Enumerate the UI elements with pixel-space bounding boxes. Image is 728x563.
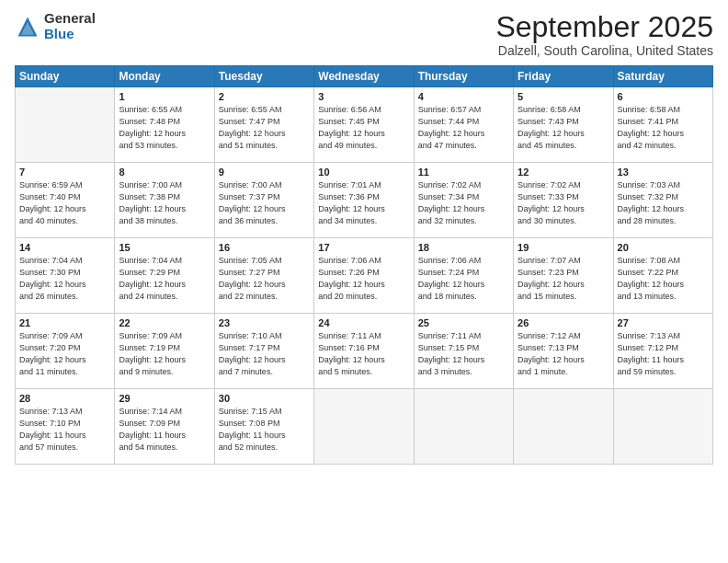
day-info: Sunrise: 7:13 AM Sunset: 7:12 PM Dayligh… (618, 330, 709, 378)
calendar-week-row: 7Sunrise: 6:59 AM Sunset: 7:40 PM Daylig… (16, 163, 713, 238)
location: Dalzell, South Carolina, United States (495, 43, 713, 58)
calendar-cell (514, 389, 613, 465)
calendar-cell: 27Sunrise: 7:13 AM Sunset: 7:12 PM Dayli… (613, 314, 712, 389)
day-info: Sunrise: 6:58 AM Sunset: 7:41 PM Dayligh… (618, 104, 709, 152)
calendar-cell: 1Sunrise: 6:55 AM Sunset: 7:48 PM Daylig… (115, 87, 214, 163)
day-info: Sunrise: 7:13 AM Sunset: 7:10 PM Dayligh… (19, 406, 110, 454)
day-info: Sunrise: 6:56 AM Sunset: 7:45 PM Dayligh… (318, 104, 409, 152)
month-title: September 2025 (495, 11, 713, 43)
day-info: Sunrise: 7:02 AM Sunset: 7:34 PM Dayligh… (418, 179, 509, 227)
day-number: 6 (618, 91, 709, 102)
day-number: 23 (219, 317, 310, 328)
day-info: Sunrise: 7:09 AM Sunset: 7:19 PM Dayligh… (119, 330, 210, 378)
calendar-cell: 11Sunrise: 7:02 AM Sunset: 7:34 PM Dayli… (414, 163, 513, 238)
calendar-cell: 23Sunrise: 7:10 AM Sunset: 7:17 PM Dayli… (214, 314, 313, 389)
day-info: Sunrise: 7:11 AM Sunset: 7:16 PM Dayligh… (318, 330, 409, 378)
calendar-cell: 17Sunrise: 7:06 AM Sunset: 7:26 PM Dayli… (314, 238, 414, 314)
day-info: Sunrise: 7:11 AM Sunset: 7:15 PM Dayligh… (418, 330, 509, 378)
header-row: SundayMondayTuesdayWednesdayThursdayFrid… (16, 66, 713, 87)
header: General Blue September 2025 Dalzell, Sou… (15, 11, 713, 58)
day-info: Sunrise: 7:02 AM Sunset: 7:33 PM Dayligh… (518, 179, 609, 227)
day-number: 27 (618, 317, 709, 328)
day-info: Sunrise: 6:57 AM Sunset: 7:44 PM Dayligh… (418, 104, 509, 152)
weekday-header: Friday (514, 66, 613, 87)
day-number: 14 (19, 242, 110, 253)
calendar-cell: 22Sunrise: 7:09 AM Sunset: 7:19 PM Dayli… (115, 314, 214, 389)
calendar-cell (314, 389, 414, 465)
day-number: 13 (618, 167, 709, 178)
calendar-cell: 10Sunrise: 7:01 AM Sunset: 7:36 PM Dayli… (314, 163, 414, 238)
day-number: 21 (19, 317, 110, 328)
day-number: 18 (418, 242, 509, 253)
day-number: 10 (318, 167, 409, 178)
day-info: Sunrise: 7:10 AM Sunset: 7:17 PM Dayligh… (219, 330, 310, 378)
calendar-cell: 25Sunrise: 7:11 AM Sunset: 7:15 PM Dayli… (414, 314, 513, 389)
day-number: 24 (318, 317, 409, 328)
weekday-header: Wednesday (314, 66, 414, 87)
day-info: Sunrise: 7:03 AM Sunset: 7:32 PM Dayligh… (618, 179, 709, 227)
day-info: Sunrise: 7:14 AM Sunset: 7:09 PM Dayligh… (119, 406, 210, 454)
day-number: 8 (119, 167, 210, 178)
calendar-cell: 30Sunrise: 7:15 AM Sunset: 7:08 PM Dayli… (214, 389, 313, 465)
day-number: 22 (119, 317, 210, 328)
calendar-cell: 19Sunrise: 7:07 AM Sunset: 7:23 PM Dayli… (514, 238, 613, 314)
day-number: 1 (119, 91, 210, 102)
day-number: 9 (219, 167, 310, 178)
day-number: 12 (518, 167, 609, 178)
calendar-cell: 29Sunrise: 7:14 AM Sunset: 7:09 PM Dayli… (115, 389, 214, 465)
day-number: 7 (19, 167, 110, 178)
day-info: Sunrise: 7:07 AM Sunset: 7:23 PM Dayligh… (518, 255, 609, 303)
calendar-week-row: 21Sunrise: 7:09 AM Sunset: 7:20 PM Dayli… (16, 314, 713, 389)
day-info: Sunrise: 6:59 AM Sunset: 7:40 PM Dayligh… (19, 179, 110, 227)
day-number: 15 (119, 242, 210, 253)
logo-text: General Blue (44, 11, 96, 41)
calendar-week-row: 28Sunrise: 7:13 AM Sunset: 7:10 PM Dayli… (16, 389, 713, 465)
day-number: 3 (318, 91, 409, 102)
day-number: 26 (518, 317, 609, 328)
calendar-cell (414, 389, 513, 465)
day-info: Sunrise: 6:55 AM Sunset: 7:48 PM Dayligh… (119, 104, 210, 152)
day-number: 19 (518, 242, 609, 253)
weekday-header: Monday (115, 66, 214, 87)
logo-icon (15, 14, 40, 40)
day-info: Sunrise: 7:01 AM Sunset: 7:36 PM Dayligh… (318, 179, 409, 227)
day-number: 29 (119, 393, 210, 404)
logo-general: General (44, 11, 96, 27)
calendar-cell: 6Sunrise: 6:58 AM Sunset: 7:41 PM Daylig… (613, 87, 712, 163)
weekday-header: Saturday (613, 66, 712, 87)
day-number: 16 (219, 242, 310, 253)
day-number: 28 (19, 393, 110, 404)
calendar-cell: 28Sunrise: 7:13 AM Sunset: 7:10 PM Dayli… (16, 389, 115, 465)
calendar-cell: 7Sunrise: 6:59 AM Sunset: 7:40 PM Daylig… (16, 163, 115, 238)
day-info: Sunrise: 7:05 AM Sunset: 7:27 PM Dayligh… (219, 255, 310, 303)
day-info: Sunrise: 7:06 AM Sunset: 7:24 PM Dayligh… (418, 255, 509, 303)
day-info: Sunrise: 7:06 AM Sunset: 7:26 PM Dayligh… (318, 255, 409, 303)
page: General Blue September 2025 Dalzell, Sou… (0, 0, 728, 563)
day-info: Sunrise: 6:58 AM Sunset: 7:43 PM Dayligh… (518, 104, 609, 152)
day-info: Sunrise: 7:08 AM Sunset: 7:22 PM Dayligh… (618, 255, 709, 303)
calendar-cell: 24Sunrise: 7:11 AM Sunset: 7:16 PM Dayli… (314, 314, 414, 389)
calendar-week-row: 1Sunrise: 6:55 AM Sunset: 7:48 PM Daylig… (16, 87, 713, 163)
calendar-cell: 13Sunrise: 7:03 AM Sunset: 7:32 PM Dayli… (613, 163, 712, 238)
day-info: Sunrise: 6:55 AM Sunset: 7:47 PM Dayligh… (219, 104, 310, 152)
calendar-cell (16, 87, 115, 163)
day-info: Sunrise: 7:12 AM Sunset: 7:13 PM Dayligh… (518, 330, 609, 378)
title-block: September 2025 Dalzell, South Carolina, … (495, 11, 713, 58)
weekday-header: Tuesday (214, 66, 313, 87)
day-number: 5 (518, 91, 609, 102)
day-number: 4 (418, 91, 509, 102)
calendar-cell: 3Sunrise: 6:56 AM Sunset: 7:45 PM Daylig… (314, 87, 414, 163)
day-info: Sunrise: 7:00 AM Sunset: 7:38 PM Dayligh… (119, 179, 210, 227)
logo-blue: Blue (44, 27, 96, 42)
calendar-cell: 20Sunrise: 7:08 AM Sunset: 7:22 PM Dayli… (613, 238, 712, 314)
calendar-cell: 9Sunrise: 7:00 AM Sunset: 7:37 PM Daylig… (214, 163, 313, 238)
calendar-cell: 12Sunrise: 7:02 AM Sunset: 7:33 PM Dayli… (514, 163, 613, 238)
calendar-cell: 4Sunrise: 6:57 AM Sunset: 7:44 PM Daylig… (414, 87, 513, 163)
calendar-table: SundayMondayTuesdayWednesdayThursdayFrid… (15, 65, 713, 465)
calendar-cell: 5Sunrise: 6:58 AM Sunset: 7:43 PM Daylig… (514, 87, 613, 163)
calendar-cell (613, 389, 712, 465)
weekday-header: Thursday (414, 66, 513, 87)
day-number: 11 (418, 167, 509, 178)
day-number: 20 (618, 242, 709, 253)
day-info: Sunrise: 7:04 AM Sunset: 7:29 PM Dayligh… (119, 255, 210, 303)
